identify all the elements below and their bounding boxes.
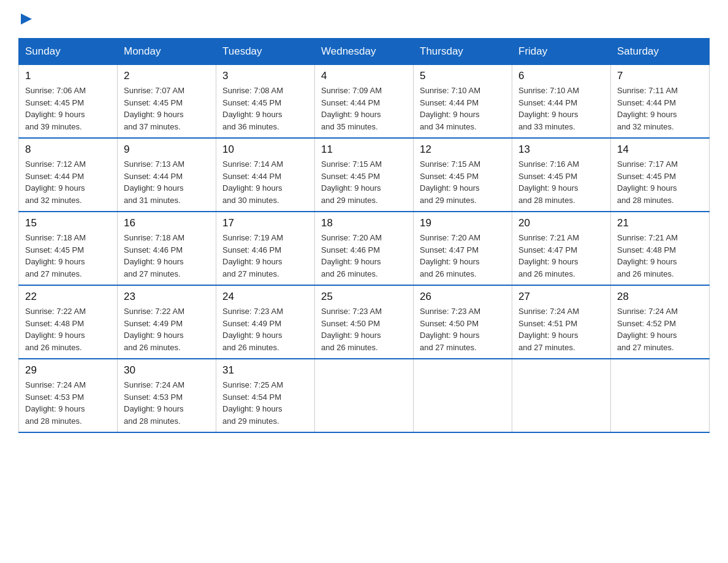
calendar-cell: 14 Sunrise: 7:17 AMSunset: 4:45 PMDaylig…	[611, 138, 710, 212]
day-number: 31	[222, 364, 308, 377]
calendar-header-friday: Friday	[512, 39, 611, 64]
day-number: 4	[321, 70, 407, 82]
day-info: Sunrise: 7:23 AMSunset: 4:49 PMDaylight:…	[222, 307, 283, 352]
day-info: Sunrise: 7:22 AMSunset: 4:49 PMDaylight:…	[124, 307, 184, 352]
day-info: Sunrise: 7:22 AMSunset: 4:48 PMDaylight:…	[25, 307, 86, 352]
day-number: 10	[222, 144, 308, 156]
day-info: Sunrise: 7:18 AMSunset: 4:45 PMDaylight:…	[25, 233, 86, 278]
day-info: Sunrise: 7:07 AMSunset: 4:45 PMDaylight:…	[124, 86, 184, 131]
day-number: 28	[617, 291, 703, 303]
day-number: 23	[124, 291, 210, 303]
day-number: 2	[124, 70, 210, 82]
calendar-header-thursday: Thursday	[414, 39, 512, 64]
calendar-cell: 7 Sunrise: 7:11 AMSunset: 4:44 PMDayligh…	[611, 64, 710, 138]
day-info: Sunrise: 7:06 AMSunset: 4:45 PMDaylight:…	[25, 86, 86, 131]
logo	[18, 12, 33, 26]
calendar-cell: 21 Sunrise: 7:21 AMSunset: 4:48 PMDaylig…	[611, 212, 710, 285]
day-info: Sunrise: 7:08 AMSunset: 4:45 PMDaylight:…	[222, 86, 283, 131]
day-number: 5	[420, 70, 506, 82]
day-info: Sunrise: 7:10 AMSunset: 4:44 PMDaylight:…	[518, 86, 579, 131]
calendar-week-row: 1 Sunrise: 7:06 AMSunset: 4:45 PMDayligh…	[19, 64, 710, 138]
calendar-cell: 22 Sunrise: 7:22 AMSunset: 4:48 PMDaylig…	[19, 285, 118, 359]
day-info: Sunrise: 7:14 AMSunset: 4:44 PMDaylight:…	[222, 159, 283, 205]
logo-arrow-icon	[20, 12, 33, 26]
day-number: 6	[518, 70, 604, 82]
calendar-header-sunday: Sunday	[19, 39, 118, 64]
calendar-cell: 11 Sunrise: 7:15 AMSunset: 4:45 PMDaylig…	[315, 138, 414, 212]
day-info: Sunrise: 7:24 AMSunset: 4:51 PMDaylight:…	[518, 307, 579, 352]
day-number: 3	[222, 70, 308, 82]
day-number: 24	[222, 291, 308, 303]
day-number: 27	[518, 291, 604, 303]
calendar-cell: 2 Sunrise: 7:07 AMSunset: 4:45 PMDayligh…	[118, 64, 216, 138]
day-info: Sunrise: 7:21 AMSunset: 4:47 PMDaylight:…	[518, 233, 579, 278]
calendar-week-row: 15 Sunrise: 7:18 AMSunset: 4:45 PMDaylig…	[19, 212, 710, 285]
day-number: 21	[617, 217, 703, 229]
calendar-header-tuesday: Tuesday	[216, 39, 315, 64]
day-number: 7	[617, 70, 703, 82]
day-info: Sunrise: 7:23 AMSunset: 4:50 PMDaylight:…	[321, 307, 382, 352]
calendar-cell: 20 Sunrise: 7:21 AMSunset: 4:47 PMDaylig…	[512, 212, 611, 285]
calendar-cell: 8 Sunrise: 7:12 AMSunset: 4:44 PMDayligh…	[19, 138, 118, 212]
calendar-cell: 19 Sunrise: 7:20 AMSunset: 4:47 PMDaylig…	[414, 212, 512, 285]
calendar-week-row: 8 Sunrise: 7:12 AMSunset: 4:44 PMDayligh…	[19, 138, 710, 212]
calendar-cell: 18 Sunrise: 7:20 AMSunset: 4:46 PMDaylig…	[315, 212, 414, 285]
calendar-cell: 24 Sunrise: 7:23 AMSunset: 4:49 PMDaylig…	[216, 285, 315, 359]
day-number: 16	[124, 217, 210, 229]
calendar-cell: 31 Sunrise: 7:25 AMSunset: 4:54 PMDaylig…	[216, 359, 315, 432]
calendar-week-row: 22 Sunrise: 7:22 AMSunset: 4:48 PMDaylig…	[19, 285, 710, 359]
day-info: Sunrise: 7:24 AMSunset: 4:52 PMDaylight:…	[617, 307, 678, 352]
day-info: Sunrise: 7:20 AMSunset: 4:47 PMDaylight:…	[420, 233, 480, 278]
calendar-header-saturday: Saturday	[611, 39, 710, 64]
calendar-cell: 29 Sunrise: 7:24 AMSunset: 4:53 PMDaylig…	[19, 359, 118, 432]
calendar-cell: 1 Sunrise: 7:06 AMSunset: 4:45 PMDayligh…	[19, 64, 118, 138]
calendar-cell: 4 Sunrise: 7:09 AMSunset: 4:44 PMDayligh…	[315, 64, 414, 138]
day-number: 30	[124, 364, 210, 377]
day-info: Sunrise: 7:19 AMSunset: 4:46 PMDaylight:…	[222, 233, 283, 278]
day-number: 22	[25, 291, 111, 303]
day-number: 12	[420, 144, 506, 156]
day-info: Sunrise: 7:20 AMSunset: 4:46 PMDaylight:…	[321, 233, 382, 278]
day-info: Sunrise: 7:16 AMSunset: 4:45 PMDaylight:…	[518, 159, 579, 205]
day-number: 11	[321, 144, 407, 156]
day-info: Sunrise: 7:18 AMSunset: 4:46 PMDaylight:…	[124, 233, 184, 278]
calendar-cell: 9 Sunrise: 7:13 AMSunset: 4:44 PMDayligh…	[118, 138, 216, 212]
day-info: Sunrise: 7:24 AMSunset: 4:53 PMDaylight:…	[25, 380, 86, 426]
calendar-cell: 13 Sunrise: 7:16 AMSunset: 4:45 PMDaylig…	[512, 138, 611, 212]
svg-marker-0	[21, 13, 32, 25]
day-info: Sunrise: 7:10 AMSunset: 4:44 PMDaylight:…	[420, 86, 480, 131]
calendar-header-wednesday: Wednesday	[315, 39, 414, 64]
day-info: Sunrise: 7:09 AMSunset: 4:44 PMDaylight:…	[321, 86, 382, 131]
calendar-cell: 10 Sunrise: 7:14 AMSunset: 4:44 PMDaylig…	[216, 138, 315, 212]
calendar-table: SundayMondayTuesdayWednesdayThursdayFrid…	[18, 38, 710, 433]
calendar-header-row: SundayMondayTuesdayWednesdayThursdayFrid…	[19, 39, 710, 64]
day-number: 20	[518, 217, 604, 229]
day-number: 15	[25, 217, 111, 229]
calendar-cell: 23 Sunrise: 7:22 AMSunset: 4:49 PMDaylig…	[118, 285, 216, 359]
day-info: Sunrise: 7:25 AMSunset: 4:54 PMDaylight:…	[222, 380, 283, 426]
calendar-cell	[414, 359, 512, 432]
day-info: Sunrise: 7:21 AMSunset: 4:48 PMDaylight:…	[617, 233, 678, 278]
calendar-cell: 6 Sunrise: 7:10 AMSunset: 4:44 PMDayligh…	[512, 64, 611, 138]
calendar-cell	[512, 359, 611, 432]
day-number: 18	[321, 217, 407, 229]
day-number: 25	[321, 291, 407, 303]
calendar-cell: 12 Sunrise: 7:15 AMSunset: 4:45 PMDaylig…	[414, 138, 512, 212]
day-info: Sunrise: 7:15 AMSunset: 4:45 PMDaylight:…	[321, 159, 382, 205]
calendar-cell: 28 Sunrise: 7:24 AMSunset: 4:52 PMDaylig…	[611, 285, 710, 359]
calendar-cell: 27 Sunrise: 7:24 AMSunset: 4:51 PMDaylig…	[512, 285, 611, 359]
day-number: 17	[222, 217, 308, 229]
calendar-cell: 5 Sunrise: 7:10 AMSunset: 4:44 PMDayligh…	[414, 64, 512, 138]
day-number: 1	[25, 70, 111, 82]
calendar-cell: 15 Sunrise: 7:18 AMSunset: 4:45 PMDaylig…	[19, 212, 118, 285]
day-info: Sunrise: 7:15 AMSunset: 4:45 PMDaylight:…	[420, 159, 480, 205]
day-info: Sunrise: 7:17 AMSunset: 4:45 PMDaylight:…	[617, 159, 678, 205]
day-number: 8	[25, 144, 111, 156]
day-number: 29	[25, 364, 111, 377]
day-number: 26	[420, 291, 506, 303]
day-info: Sunrise: 7:12 AMSunset: 4:44 PMDaylight:…	[25, 159, 86, 205]
calendar-cell: 30 Sunrise: 7:24 AMSunset: 4:53 PMDaylig…	[118, 359, 216, 432]
day-info: Sunrise: 7:11 AMSunset: 4:44 PMDaylight:…	[617, 86, 678, 131]
calendar-cell: 3 Sunrise: 7:08 AMSunset: 4:45 PMDayligh…	[216, 64, 315, 138]
day-info: Sunrise: 7:13 AMSunset: 4:44 PMDaylight:…	[124, 159, 184, 205]
